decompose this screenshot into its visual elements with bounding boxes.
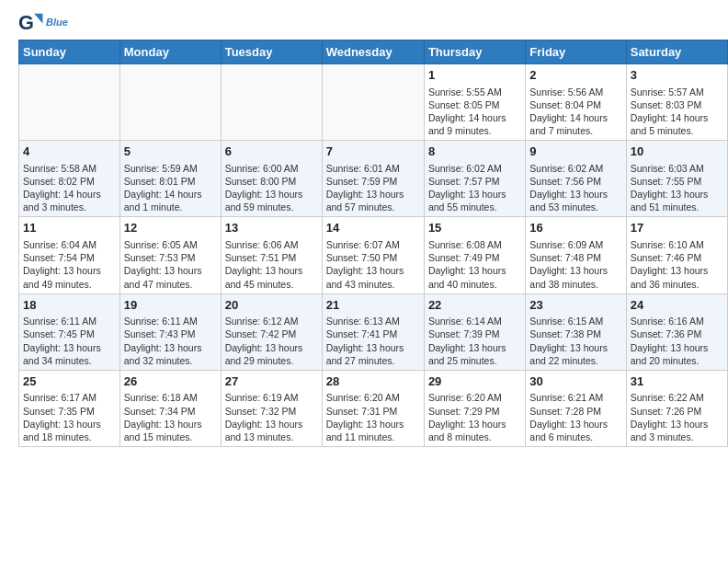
day-info-line: Sunrise: 6:02 AM [529,162,621,175]
day-number: 20 [225,297,318,314]
calendar-week-row: 1Sunrise: 5:55 AMSunset: 8:05 PMDaylight… [19,64,728,141]
weekday-header-monday: Monday [119,40,221,64]
day-info-line: and 3 minutes. [23,201,116,213]
day-info-line: Sunrise: 6:13 AM [326,315,420,327]
day-info-line: and 43 minutes. [326,278,420,291]
day-info-line: and 29 minutes. [225,354,318,367]
calendar-day-3: 3Sunrise: 5:57 AMSunset: 8:03 PMDaylight… [626,64,727,141]
calendar-week-row: 25Sunrise: 6:17 AMSunset: 7:35 PMDayligh… [19,370,728,446]
calendar-day-31: 31Sunrise: 6:22 AMSunset: 7:26 PMDayligh… [626,370,727,446]
day-number: 26 [124,373,217,390]
day-info-line: Daylight: 13 hours [428,418,521,431]
weekday-header-thursday: Thursday [424,40,525,64]
day-info-line: Sunset: 7:46 PM [631,251,723,264]
day-info-line: Sunset: 8:04 PM [529,98,621,111]
day-info-line: and 13 minutes. [225,431,318,443]
day-info-line: Daylight: 13 hours [631,188,723,201]
day-number: 1 [428,67,521,84]
calendar-day-9: 9Sunrise: 6:02 AMSunset: 7:56 PMDaylight… [526,141,626,217]
day-info-line: Sunrise: 6:00 AM [225,162,318,175]
calendar-day-17: 17Sunrise: 6:10 AMSunset: 7:46 PMDayligh… [626,217,727,293]
day-info-line: Sunset: 7:53 PM [124,251,217,264]
empty-cell [19,64,120,141]
day-info-line: and 51 minutes. [631,201,723,213]
calendar-day-29: 29Sunrise: 6:20 AMSunset: 7:29 PMDayligh… [424,370,525,446]
day-info-line: Sunset: 7:49 PM [428,251,521,264]
day-info-line: Sunset: 8:05 PM [428,98,521,111]
page-header: G Blue [0,0,728,40]
empty-cell [322,64,424,141]
day-info-line: Daylight: 13 hours [326,418,420,431]
calendar-table: SundayMondayTuesdayWednesdayThursdayFrid… [18,40,728,447]
svg-text:G: G [18,11,34,34]
day-info-line: Sunrise: 6:15 AM [529,315,621,327]
day-number: 19 [124,297,217,314]
day-info-line: Daylight: 14 hours [631,111,723,124]
day-number: 23 [529,297,621,314]
day-info-line: Sunset: 8:00 PM [225,175,318,188]
calendar-day-19: 19Sunrise: 6:11 AMSunset: 7:43 PMDayligh… [119,293,221,370]
day-info-line: and 53 minutes. [529,201,621,213]
day-info-line: Sunset: 7:32 PM [225,405,318,418]
calendar-day-13: 13Sunrise: 6:06 AMSunset: 7:51 PMDayligh… [221,217,322,293]
day-info-line: Sunrise: 6:20 AM [326,391,420,404]
weekday-header-saturday: Saturday [626,40,727,64]
day-info-line: Sunset: 7:42 PM [225,327,318,340]
day-info-line: Daylight: 13 hours [326,188,420,201]
day-info-line: Daylight: 13 hours [326,264,420,277]
weekday-header-friday: Friday [526,40,626,64]
day-info-line: Sunset: 7:45 PM [23,327,116,340]
day-info-line: Daylight: 13 hours [124,264,217,277]
day-info-line: and 49 minutes. [23,278,116,291]
day-info-line: Sunset: 7:56 PM [529,175,621,188]
day-info-line: and 9 minutes. [428,124,521,137]
day-info-line: Daylight: 13 hours [326,341,420,354]
day-info-line: Daylight: 14 hours [529,111,621,124]
svg-marker-1 [34,14,42,24]
day-info-line: Daylight: 13 hours [225,418,318,431]
day-info-line: Sunrise: 5:59 AM [124,162,217,175]
day-number: 12 [124,220,217,236]
day-info-line: Sunrise: 6:05 AM [124,238,217,251]
day-info-line: Sunrise: 6:21 AM [529,391,621,404]
day-info-line: Sunrise: 6:16 AM [631,315,723,327]
day-info-line: Sunset: 8:01 PM [124,175,217,188]
day-number: 5 [124,144,217,160]
calendar-day-30: 30Sunrise: 6:21 AMSunset: 7:28 PMDayligh… [526,370,626,446]
day-info-line: Daylight: 13 hours [23,418,116,431]
calendar-day-21: 21Sunrise: 6:13 AMSunset: 7:41 PMDayligh… [322,293,424,370]
day-number: 6 [225,144,318,160]
day-info-line: and 8 minutes. [428,431,521,443]
weekday-header-tuesday: Tuesday [221,40,322,64]
day-info-line: and 11 minutes. [326,431,420,443]
day-info-line: and 3 minutes. [631,431,723,443]
weekday-header-sunday: Sunday [19,40,120,64]
day-info-line: Sunrise: 6:19 AM [225,391,318,404]
day-info-line: Sunrise: 6:11 AM [124,315,217,327]
day-number: 4 [23,144,116,160]
day-info-line: Daylight: 13 hours [631,341,723,354]
day-info-line: and 20 minutes. [631,354,723,367]
day-info-line: Sunrise: 5:56 AM [529,86,621,98]
calendar-day-22: 22Sunrise: 6:14 AMSunset: 7:39 PMDayligh… [424,293,525,370]
calendar-day-7: 7Sunrise: 6:01 AMSunset: 7:59 PMDaylight… [322,141,424,217]
day-info-line: Daylight: 13 hours [225,188,318,201]
day-info-line: Sunrise: 6:11 AM [23,315,116,327]
day-info-line: Sunset: 7:39 PM [428,327,521,340]
day-info-line: Daylight: 13 hours [631,264,723,277]
day-info-line: Sunset: 7:43 PM [124,327,217,340]
calendar-header-row: SundayMondayTuesdayWednesdayThursdayFrid… [19,40,728,64]
day-info-line: Daylight: 13 hours [631,418,723,431]
day-info-line: Sunrise: 6:01 AM [326,162,420,175]
day-info-line: and 25 minutes. [428,354,521,367]
day-info-line: Sunset: 7:59 PM [326,175,420,188]
day-info-line: and 6 minutes. [529,431,621,443]
calendar-day-5: 5Sunrise: 5:59 AMSunset: 8:01 PMDaylight… [119,141,221,217]
calendar-day-23: 23Sunrise: 6:15 AMSunset: 7:38 PMDayligh… [526,293,626,370]
day-number: 27 [225,373,318,390]
day-info-line: Sunrise: 6:20 AM [428,391,521,404]
day-number: 13 [225,220,318,236]
day-info-line: Sunrise: 6:12 AM [225,315,318,327]
day-number: 31 [631,373,723,390]
calendar-wrapper: SundayMondayTuesdayWednesdayThursdayFrid… [0,40,728,456]
